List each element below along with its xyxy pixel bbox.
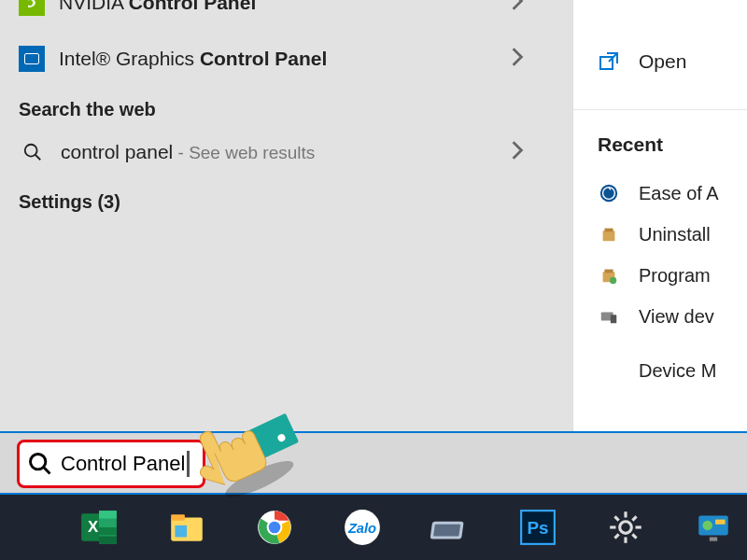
result-text: Intel® Graphics Control Panel xyxy=(59,48,511,70)
svg-rect-25 xyxy=(171,514,185,520)
svg-point-29 xyxy=(269,522,281,534)
search-input-value: Control Panel xyxy=(61,452,185,476)
nvidia-icon xyxy=(19,0,45,16)
taskbar-keyboard-icon[interactable] xyxy=(430,508,470,547)
taskbar: X Zalo Ps xyxy=(0,495,747,560)
recent-item-label: Device M xyxy=(639,360,716,382)
recent-item-label: View dev xyxy=(639,306,714,328)
svg-line-42 xyxy=(632,534,636,538)
svg-line-44 xyxy=(632,516,636,520)
svg-point-36 xyxy=(620,522,632,534)
svg-rect-6 xyxy=(603,231,615,241)
svg-rect-12 xyxy=(611,315,616,323)
svg-point-0 xyxy=(27,0,33,6)
taskbar-photoshop-icon[interactable]: Ps xyxy=(518,508,557,547)
svg-point-13 xyxy=(31,455,46,469)
devices-icon xyxy=(598,305,620,328)
result-nvidia-control-panel[interactable]: NVIDIA Control Panel xyxy=(0,0,572,26)
taskbar-chrome-icon[interactable] xyxy=(255,508,294,547)
svg-rect-9 xyxy=(604,270,613,273)
svg-rect-21 xyxy=(99,527,117,535)
svg-rect-20 xyxy=(99,511,117,518)
device-manager-icon xyxy=(598,359,620,382)
search-input-box[interactable]: Control Panel xyxy=(17,440,205,488)
svg-line-14 xyxy=(44,468,49,473)
section-header-search-web: Search the web xyxy=(0,82,572,130)
open-action[interactable]: Open xyxy=(573,37,747,86)
svg-text:X: X xyxy=(88,518,99,536)
svg-text:Zalo: Zalo xyxy=(347,521,376,536)
recent-item-label: Ease of A xyxy=(639,183,719,204)
open-label: Open xyxy=(639,50,686,73)
intel-icon xyxy=(19,46,45,72)
result-web-search[interactable]: control panel - See web results xyxy=(0,130,572,175)
taskbar-settings-icon[interactable] xyxy=(606,508,645,547)
svg-rect-48 xyxy=(710,538,717,541)
divider xyxy=(573,109,747,110)
svg-rect-47 xyxy=(715,520,726,525)
ease-of-access-icon xyxy=(598,182,620,204)
svg-point-46 xyxy=(702,521,712,531)
recent-item-device-manager[interactable]: Device M xyxy=(573,337,747,391)
recent-item-label: Program xyxy=(639,265,711,287)
recent-item-ease-of-access[interactable]: Ease of A xyxy=(573,173,747,214)
recent-item-label: Uninstall xyxy=(639,224,711,245)
result-text: control panel - See web results xyxy=(61,141,511,163)
chevron-right-icon xyxy=(511,0,524,16)
taskbar-file-explorer-icon[interactable] xyxy=(167,508,206,547)
svg-point-10 xyxy=(610,277,616,284)
svg-rect-22 xyxy=(99,536,117,543)
recent-item-view-devices[interactable]: View dev xyxy=(573,296,747,337)
svg-text:Ps: Ps xyxy=(527,518,548,538)
taskbar-monitor-icon[interactable] xyxy=(694,508,733,547)
svg-line-41 xyxy=(614,516,618,520)
programs-icon xyxy=(598,264,620,287)
uninstall-icon xyxy=(598,223,620,245)
recent-item-uninstall[interactable]: Uninstall xyxy=(573,214,747,255)
chevron-right-icon xyxy=(511,140,524,165)
svg-point-1 xyxy=(25,145,37,157)
recent-header: Recent xyxy=(573,133,747,173)
taskbar-excel-icon[interactable]: X xyxy=(79,508,119,547)
result-text: NVIDIA Control Panel xyxy=(59,0,511,14)
svg-rect-26 xyxy=(175,525,187,538)
taskbar-zalo-icon[interactable]: Zalo xyxy=(343,508,382,547)
svg-line-2 xyxy=(35,155,41,161)
svg-rect-33 xyxy=(433,525,460,537)
svg-line-43 xyxy=(614,534,618,538)
chevron-right-icon xyxy=(511,47,524,72)
recent-item-programs[interactable]: Program xyxy=(573,255,747,296)
open-icon xyxy=(598,50,620,73)
section-header-settings: Settings (3) xyxy=(0,175,572,222)
search-icon xyxy=(27,451,53,477)
search-icon xyxy=(22,142,43,162)
svg-rect-7 xyxy=(604,229,613,232)
result-intel-graphics-control-panel[interactable]: Intel® Graphics Control Panel xyxy=(0,35,572,82)
